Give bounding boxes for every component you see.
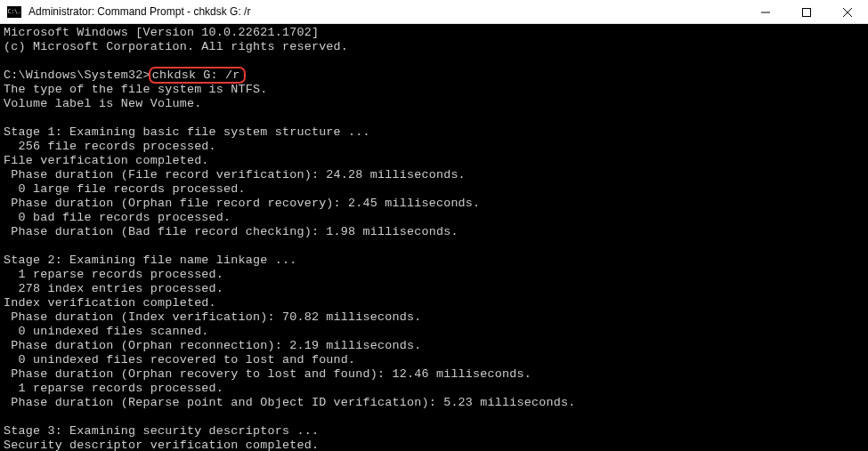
app-icon-text: C:\.	[8, 9, 21, 15]
terminal-line: Index verification completed.	[4, 296, 216, 310]
terminal-prompt: C:\Windows\System32>	[4, 68, 150, 82]
terminal-line: 256 file records processed.	[4, 140, 216, 153]
terminal-line: Phase duration (Orphan file record recov…	[4, 197, 480, 210]
terminal-line: Volume label is New Volume.	[4, 97, 201, 110]
terminal-line: 0 bad file records processed.	[4, 211, 231, 224]
terminal-line: Phase duration (Bad file record checking…	[4, 225, 458, 238]
terminal-line: 1 reparse records processed.	[4, 268, 223, 281]
terminal-line: Phase duration (Index verification): 70.…	[4, 310, 421, 324]
app-icon: C:\.	[7, 6, 21, 18]
window-titlebar: C:\. Administrator: Command Prompt - chk…	[0, 0, 868, 24]
terminal-line: 278 index entries processed.	[4, 282, 223, 295]
close-button[interactable]	[827, 0, 868, 24]
terminal-line: Phase duration (Orphan reconnection): 2.…	[4, 339, 421, 352]
minimize-button[interactable]	[745, 0, 786, 24]
maximize-button[interactable]	[786, 0, 827, 24]
highlighted-command: chkdsk G: /r	[149, 67, 246, 84]
terminal-line: Stage 3: Examining security descriptors …	[4, 424, 319, 438]
terminal-line: 0 large file records processed.	[4, 182, 246, 196]
window-title: Administrator: Command Prompt - chkdsk G…	[28, 5, 745, 18]
terminal-line: Microsoft Windows [Version 10.0.22621.17…	[4, 26, 319, 39]
terminal-line: 0 unindexed files recovered to lost and …	[4, 353, 355, 366]
terminal-line: (c) Microsoft Corporation. All rights re…	[4, 40, 348, 53]
terminal-line: Stage 1: Examining basic file system str…	[4, 125, 370, 139]
terminal-line: 0 unindexed files scanned.	[4, 325, 209, 338]
terminal-line: 1 reparse records processed.	[4, 382, 223, 395]
terminal-output[interactable]: Microsoft Windows [Version 10.0.22621.17…	[0, 24, 868, 451]
terminal-line: Phase duration (File record verification…	[4, 168, 466, 181]
terminal-line: Phase duration (Reparse point and Object…	[4, 396, 575, 409]
window-controls	[745, 0, 868, 23]
terminal-line: Security descriptor verification complet…	[4, 439, 319, 451]
terminal-line: Phase duration (Orphan recovery to lost …	[4, 367, 531, 381]
terminal-line: File verification completed.	[4, 154, 209, 167]
terminal-line: Stage 2: Examining file name linkage ...	[4, 254, 296, 267]
svg-rect-1	[803, 8, 811, 16]
terminal-line: The type of the file system is NTFS.	[4, 83, 268, 96]
